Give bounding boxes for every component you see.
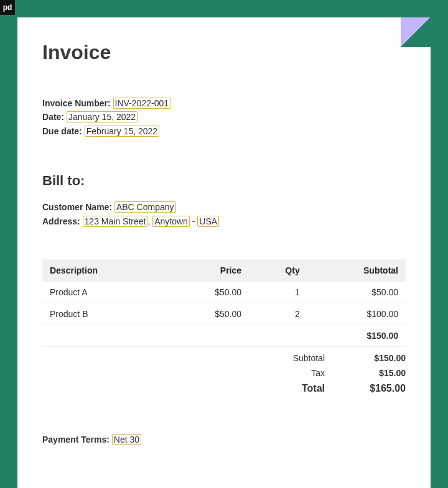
table-row: Product B $50.00 2 $100.00 (42, 303, 406, 325)
table-total-row: $150.00 (42, 325, 406, 346)
brand-logo: pd (0, 0, 15, 15)
cell-description: Product B (42, 303, 167, 325)
due-date-value[interactable]: February 15, 2022 (85, 126, 159, 137)
summary-total-value: $165.00 (350, 383, 406, 394)
payment-terms-label: Payment Terms: (42, 435, 110, 444)
address-street[interactable]: 123 Main Street (83, 216, 148, 227)
col-qty: Qty (249, 259, 307, 282)
summary-subtotal-label: Subtotal (244, 353, 350, 363)
table-total-value: $150.00 (42, 325, 406, 346)
summary-total: Total $165.00 (244, 383, 406, 394)
address-country[interactable]: USA (197, 216, 219, 227)
cell-price: $50.00 (167, 282, 249, 303)
summary-subtotal: Subtotal $150.00 (244, 353, 406, 363)
page-title: Invoice (42, 41, 406, 64)
col-subtotal: Subtotal (307, 259, 406, 282)
customer-name-value[interactable]: ABC Company (114, 201, 176, 213)
bill-to-section: Bill to: Customer Name: ABC Company Addr… (42, 173, 406, 228)
due-date-label: Due date: (42, 126, 82, 136)
invoice-number-value[interactable]: INV-2022-001 (113, 98, 170, 109)
invoice-page: Invoice Invoice Number: INV-2022-001 Dat… (17, 17, 431, 488)
summary-tax: Tax $15.00 (244, 368, 406, 378)
summary-tax-label: Tax (244, 368, 350, 378)
cell-description: Product A (42, 282, 167, 303)
cell-subtotal: $100.00 (307, 303, 406, 325)
table-row: Product A $50.00 1 $50.00 (42, 282, 406, 303)
cell-price: $50.00 (167, 303, 249, 325)
summary-block: Subtotal $150.00 Tax $15.00 Total $165.0… (42, 353, 406, 394)
date-label: Date: (42, 112, 64, 122)
summary-subtotal-value: $150.00 (350, 353, 406, 363)
table-header-row: Description Price Qty Subtotal (42, 259, 406, 282)
summary-tax-value: $15.00 (350, 368, 406, 378)
cell-qty: 1 (249, 282, 307, 303)
payment-terms-value[interactable]: Net 30 (112, 434, 141, 445)
address-label: Address: (42, 216, 80, 226)
invoice-number-label: Invoice Number: (42, 98, 111, 108)
col-price: Price (167, 259, 249, 282)
customer-name-label: Customer Name: (42, 202, 112, 212)
cell-subtotal: $50.00 (307, 282, 406, 303)
address-city[interactable]: Anytown (152, 216, 190, 227)
col-description: Description (42, 259, 167, 282)
line-items-table: Description Price Qty Subtotal Product A… (42, 259, 406, 347)
date-value[interactable]: January 15, 2022 (67, 111, 138, 122)
summary-total-label: Total (244, 383, 350, 394)
invoice-meta: Invoice Number: INV-2022-001 Date: Janua… (42, 96, 406, 138)
bill-to-heading: Bill to: (42, 173, 406, 189)
cell-qty: 2 (249, 303, 307, 325)
page-fold-corner (401, 17, 431, 47)
payment-terms: Payment Terms: Net 30 (42, 433, 406, 446)
